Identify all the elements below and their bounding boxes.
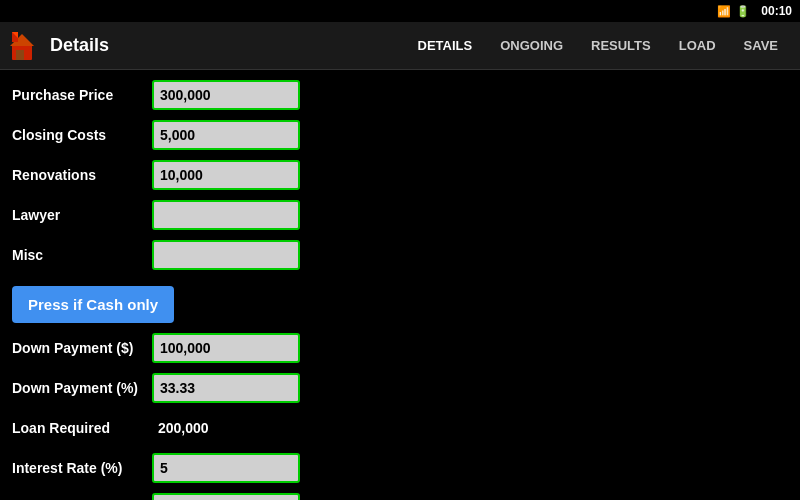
closing-costs-input[interactable] [152,120,300,150]
nav-bar: Details DETAILS ONGOING RESULTS LOAD SAV… [0,22,800,70]
loan-required-label: Loan Required [12,420,152,436]
purchase-price-label: Purchase Price [12,87,152,103]
closing-costs-label: Closing Costs [12,127,152,143]
signal-icon: 📶 [717,5,731,18]
renovations-row: Renovations [12,158,788,192]
misc-input[interactable] [152,240,300,270]
interest-rate-row: Interest Rate (%) [12,451,788,485]
down-payment-percent-row: Down Payment (%) [12,371,788,405]
down-payment-percent-label: Down Payment (%) [12,380,152,396]
status-icons: 📶 🔋 00:10 [717,4,792,18]
renovations-input[interactable] [152,160,300,190]
nav-tabs: DETAILS ONGOING RESULTS LOAD SAVE [406,32,791,59]
closing-costs-row: Closing Costs [12,118,788,152]
lawyer-label: Lawyer [12,207,152,223]
loan-required-row: Loan Required 200,000 [12,411,788,445]
tab-ongoing[interactable]: ONGOING [488,32,575,59]
lawyer-row: Lawyer [12,198,788,232]
status-bar: 📶 🔋 00:10 [0,0,800,22]
down-payment-dollars-input[interactable] [152,333,300,363]
misc-row: Misc [12,238,788,272]
app-title: Details [50,35,109,56]
tab-details[interactable]: DETAILS [406,32,485,59]
interest-rate-label: Interest Rate (%) [12,460,152,476]
tab-load[interactable]: LOAD [667,32,728,59]
status-time: 00:10 [761,4,792,18]
nav-logo: Details [10,30,406,62]
interest-rate-input[interactable] [152,453,300,483]
purchase-price-input[interactable] [152,80,300,110]
renovations-label: Renovations [12,167,152,183]
lawyer-input[interactable] [152,200,300,230]
tab-results[interactable]: RESULTS [579,32,663,59]
tab-save[interactable]: SAVE [732,32,790,59]
svg-rect-2 [16,50,24,60]
misc-label: Misc [12,247,152,263]
main-content: Purchase Price Closing Costs Renovations… [0,70,800,500]
app-logo-icon [10,30,42,62]
battery-icon: 🔋 [736,5,750,18]
purchase-price-row: Purchase Price [12,78,788,112]
cash-only-button[interactable]: Press if Cash only [12,286,174,323]
loan-required-value: 200,000 [152,418,215,438]
cash-only-section: Press if Cash only [12,278,788,331]
years-row: Years [12,491,788,500]
years-input[interactable] [152,493,300,500]
down-payment-dollars-label: Down Payment ($) [12,340,152,356]
down-payment-dollars-row: Down Payment ($) [12,331,788,365]
down-payment-percent-input[interactable] [152,373,300,403]
